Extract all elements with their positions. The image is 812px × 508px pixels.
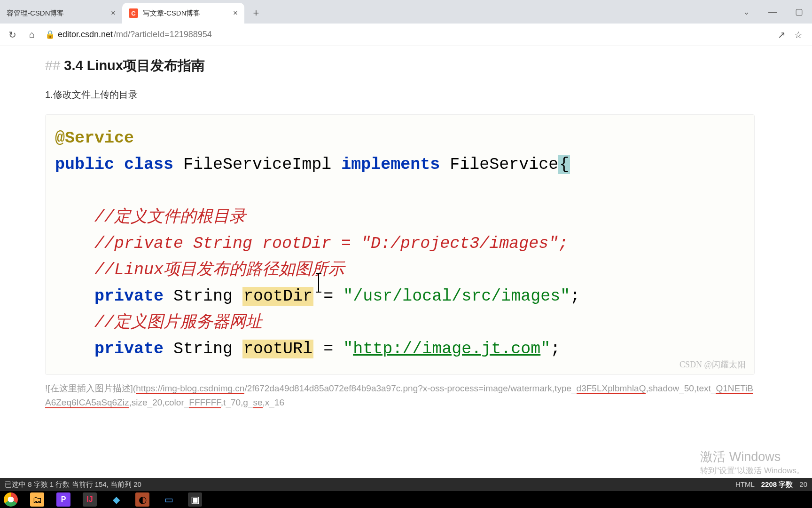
heading: ##3.4 Linux项目发布指南 (45, 56, 812, 75)
tab-title: 容管理-CSDN博客 (7, 9, 64, 18)
close-icon[interactable]: × (233, 8, 238, 18)
minimize-icon[interactable]: — (759, 7, 786, 17)
lock-icon: 🔒 (45, 30, 55, 40)
app-icon[interactable]: ◐ (135, 492, 149, 507)
text-cursor-icon (318, 273, 319, 293)
share-icon[interactable]: ↗ (778, 29, 786, 40)
tab-title: 写文章-CSDN博客 (143, 9, 201, 18)
md-prefix: ## (45, 58, 60, 73)
code-annotation: @Service (55, 129, 134, 148)
chevron-down-icon[interactable]: ⌄ (733, 7, 759, 17)
browser-tab-strip: 容管理-CSDN博客 × C 写文章-CSDN博客 × + ⌄ — ▢ (0, 0, 812, 24)
window-controls: ⌄ — ▢ (733, 0, 812, 24)
activate-line1: 激活 Windows (700, 448, 804, 465)
paragraph: 1.修改文件上传的目录 (45, 88, 812, 101)
star-icon[interactable]: ☆ (794, 29, 803, 40)
tab-editor[interactable]: C 写文章-CSDN博客 × (122, 3, 244, 24)
intellij-icon[interactable]: IJ (83, 492, 97, 507)
explorer-icon[interactable]: 🗂 (30, 492, 44, 507)
vscode-icon[interactable]: ◆ (109, 492, 123, 507)
chrome-icon[interactable] (4, 492, 18, 507)
terminal-icon[interactable]: ▣ (188, 492, 202, 507)
taskbar: 🗂 P IJ ◆ ◐ ▭ ▣ (0, 491, 812, 508)
home-icon[interactable]: ⌂ (25, 29, 39, 40)
vm-icon[interactable]: ▭ (162, 492, 176, 507)
editor-pane[interactable]: ##3.4 Linux项目发布指南 1.修改文件上传的目录 @Service p… (0, 46, 812, 410)
editor-statusbar: 已选中 8 字数 1 行数 当前行 154, 当前列 20 HTML 2208 … (0, 478, 812, 491)
code-image: @Service public class FileServiceImpl im… (45, 114, 755, 375)
csdn-favicon-icon: C (129, 8, 138, 18)
tab-manage[interactable]: 容管理-CSDN博客 × (0, 3, 122, 24)
url-host: editor.csdn.net (58, 30, 113, 40)
activate-line2: 转到"设置"以激活 Windows。 (700, 465, 804, 476)
maximize-icon[interactable]: ▢ (786, 7, 812, 17)
new-tab-button[interactable]: + (247, 4, 265, 22)
code-watermark: CSDN @闪耀太阳 (679, 358, 746, 372)
heading-text: 3.4 Linux项目发布指南 (64, 58, 205, 73)
reload-icon[interactable]: ↻ (6, 29, 19, 40)
activate-windows-watermark: 激活 Windows 转到"设置"以激活 Windows。 (700, 448, 804, 476)
url-path: /md/?articleId=121988954 (114, 30, 212, 40)
url-field[interactable]: 🔒 editor.csdn.net /md/?articleId=1219889… (45, 30, 771, 40)
markdown-image-link[interactable]: ![在这里插入图片描述](https://img-blog.csdnimg.cn… (45, 381, 755, 410)
status-mode: HTML (735, 480, 755, 489)
address-bar: ↻ ⌂ 🔒 editor.csdn.net /md/?articleId=121… (0, 24, 812, 46)
status-right: 20 (799, 480, 807, 489)
status-words: 2208 字数 (761, 480, 793, 489)
status-selection: 已选中 8 字数 1 行数 当前行 154, 当前列 20 (5, 480, 141, 489)
phpstorm-icon[interactable]: P (56, 492, 70, 507)
close-icon[interactable]: × (111, 8, 116, 18)
